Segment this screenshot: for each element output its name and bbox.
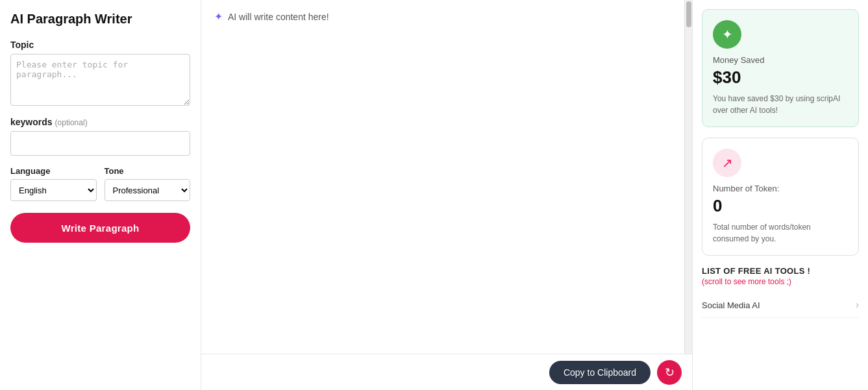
topic-section: Topic — [10, 40, 190, 108]
free-tools-section: LIST OF FREE AI TOOLS ! (scroll to see m… — [702, 266, 859, 318]
sparkle-icon: ✦ — [214, 10, 223, 23]
copy-to-clipboard-button[interactable]: Copy to Clipboard — [549, 361, 651, 384]
tone-label: Tone — [105, 166, 191, 176]
right-panel: ✦ Money Saved $30 You have saved $30 by … — [693, 0, 868, 390]
topic-textarea[interactable] — [10, 54, 190, 106]
bottom-bar: Copy to Clipboard ↻ — [201, 354, 692, 390]
tone-group: Tone Professional Casual Formal Friendly… — [105, 166, 191, 201]
left-panel: AI Paragraph Writer Topic keywords(optio… — [0, 0, 201, 390]
token-title: Number of Token: — [713, 184, 848, 193]
center-panel: ✦ AI will write content here! Copy to Cl… — [201, 0, 693, 390]
free-tools-subtitle: (scroll to see more tools ;) — [702, 277, 859, 286]
trending-icon: ↗ — [722, 155, 733, 171]
language-group: Language English Spanish French German I… — [10, 166, 97, 201]
free-tools-title: LIST OF FREE AI TOOLS ! — [702, 266, 859, 276]
money-saved-desc: You have saved $30 by using scripAI over… — [713, 93, 848, 116]
keywords-section: keywords(optional) — [10, 117, 190, 156]
token-value: 0 — [713, 196, 848, 216]
keywords-input[interactable] — [10, 131, 190, 156]
refresh-icon: ↻ — [665, 365, 675, 380]
ai-placeholder-row: ✦ AI will write content here! — [214, 10, 679, 23]
content-area: ✦ AI will write content here! — [201, 0, 692, 354]
topic-label: Topic — [10, 40, 190, 50]
token-icon-circle: ↗ — [713, 149, 741, 177]
tool-item-social-media-ai[interactable]: Social Media AI › — [702, 293, 859, 318]
money-saved-value: $30 — [713, 67, 848, 88]
language-label: Language — [10, 166, 97, 176]
token-desc: Total number of words/token consumed by … — [713, 221, 848, 245]
app-title: AI Paragraph Writer — [10, 12, 190, 27]
tone-select[interactable]: Professional Casual Formal Friendly Humo… — [105, 179, 191, 201]
money-saved-card: ✦ Money Saved $30 You have saved $30 by … — [702, 9, 859, 127]
scrollbar[interactable] — [684, 0, 692, 354]
money-saved-title: Money Saved — [713, 55, 848, 65]
keywords-label: keywords(optional) — [10, 117, 190, 127]
language-select[interactable]: English Spanish French German Italian — [10, 179, 97, 201]
scrollbar-thumb — [686, 1, 691, 27]
ai-placeholder-text: AI will write content here! — [228, 12, 329, 22]
write-paragraph-button[interactable]: Write Paragraph — [10, 213, 190, 243]
tool-item-label: Social Media AI — [702, 300, 760, 310]
chevron-right-icon: › — [856, 299, 859, 311]
sparkle-icon-green: ✦ — [722, 27, 733, 42]
money-saved-icon-circle: ✦ — [713, 20, 741, 49]
token-card: ↗ Number of Token: 0 Total number of wor… — [702, 138, 859, 256]
lang-tone-row: Language English Spanish French German I… — [10, 166, 190, 201]
refresh-button[interactable]: ↻ — [657, 360, 682, 385]
